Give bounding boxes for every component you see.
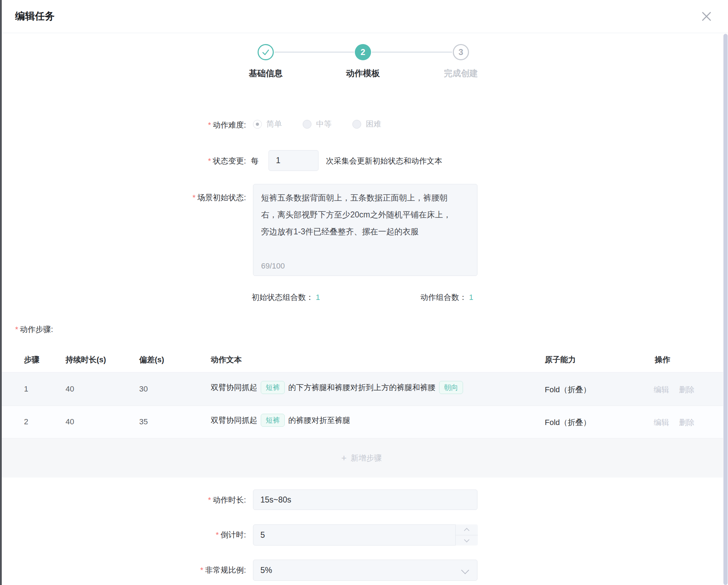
- radio-option-simple[interactable]: 简单: [253, 119, 282, 129]
- step-1-label: 基础信息: [220, 68, 311, 79]
- duration-label: *动作时长:: [101, 495, 246, 505]
- difficulty-radio-group: 简单 中等 困难: [253, 119, 402, 129]
- duration-input[interactable]: [253, 489, 477, 510]
- step-3-label: 完成创建: [415, 68, 507, 79]
- col-header-duration: 持续时长(s): [66, 355, 106, 365]
- row1-duration: 40: [66, 384, 74, 394]
- col-header-deviation: 偏差(s): [139, 355, 164, 365]
- row1-deviation: 30: [139, 384, 148, 394]
- row2-duration: 40: [66, 417, 74, 426]
- countdown-spinner: [455, 524, 477, 546]
- row2-edit-link[interactable]: 编辑: [654, 417, 669, 428]
- steps-section-label: *动作步骤:: [15, 324, 53, 335]
- state-change-suffix: 次采集会更新初始状态和动作文本: [326, 156, 442, 166]
- spinner-up-button[interactable]: [456, 524, 478, 535]
- row1-action-text: 双臂协同抓起 短裤 的下方裤腿和裤腰对折到上方的裤腿和裤腰 朝向: [211, 381, 467, 394]
- close-icon[interactable]: [700, 10, 713, 23]
- row2-delete-link[interactable]: 删除: [679, 417, 695, 428]
- table-row: 2 40 35 双臂协同抓起 短裤 的裤腰对折至裤腿 Fold（折叠） 编辑 删…: [0, 406, 723, 438]
- state-change-prefix: 每: [251, 156, 259, 166]
- step-connector-1: [274, 51, 354, 53]
- radio-label-simple: 简单: [266, 119, 282, 129]
- radio-option-hard[interactable]: 困难: [352, 119, 381, 129]
- initial-state-textarea[interactable]: 短裤五条数据背面朝上，五条数据正面朝上，裤腰朝右，离头部视野下方至少20cm之外…: [253, 184, 477, 276]
- dialog-title: 编辑任务: [15, 10, 55, 23]
- radio-label-medium: 中等: [316, 119, 332, 129]
- check-icon: [261, 48, 270, 56]
- radio-option-medium[interactable]: 中等: [303, 119, 332, 129]
- initial-state-label: *场景初始状态:: [101, 192, 246, 203]
- row1-edit-link[interactable]: 编辑: [654, 384, 669, 395]
- difficulty-label: *动作难度:: [101, 120, 246, 130]
- char-counter: 69/100: [261, 261, 285, 271]
- dialog-header: 编辑任务: [0, 0, 728, 33]
- direction-tag: 朝向: [439, 381, 463, 394]
- row2-action-text: 双臂协同抓起 短裤 的裤腰对折至裤腿: [211, 414, 350, 427]
- step-2-number: 2: [360, 47, 365, 57]
- object-tag: 短裤: [261, 381, 285, 394]
- row2-capability: Fold（折叠）: [545, 417, 591, 428]
- plus-icon: +: [341, 452, 346, 463]
- initial-combo-value: 1: [316, 293, 320, 302]
- col-header-actions: 操作: [655, 355, 670, 365]
- object-tag: 短裤: [261, 414, 285, 427]
- initial-state-text: 短裤五条数据背面朝上，五条数据正面朝上，裤腰朝右，离头部视野下方至少20cm之外…: [261, 193, 451, 236]
- row1-step: 1: [24, 384, 28, 394]
- step-connector-2: [372, 51, 452, 53]
- col-header-text: 动作文本: [211, 355, 242, 365]
- step-2-label: 动作模板: [317, 68, 409, 79]
- page-left-edge: [0, 0, 2, 585]
- radio-label-hard: 困难: [366, 119, 381, 129]
- radio-selected-icon: [253, 120, 262, 129]
- required-asterisk: *: [208, 121, 211, 129]
- row2-deviation: 35: [139, 417, 148, 426]
- row1-capability: Fold（折叠）: [545, 384, 591, 395]
- unusual-ratio-select[interactable]: [253, 560, 477, 581]
- table-row: 1 40 30 双臂协同抓起 短裤 的下方裤腿和裤腰对折到上方的裤腿和裤腰 朝向…: [0, 372, 723, 406]
- step-3-number: 3: [458, 47, 463, 57]
- add-step-label: 新增步骤: [351, 453, 382, 463]
- state-change-input[interactable]: [269, 150, 319, 171]
- col-header-step: 步骤: [24, 355, 39, 365]
- step-3-circle: 3: [453, 44, 469, 60]
- step-2-circle: 2: [355, 44, 371, 60]
- step-1-circle: [258, 44, 274, 60]
- row1-delete-link[interactable]: 删除: [679, 384, 695, 395]
- initial-combo-count: 初始状态组合数：1: [252, 292, 320, 303]
- action-combo-value: 1: [469, 293, 473, 302]
- unusual-ratio-label: *非常规比例:: [101, 565, 246, 575]
- scrollbar-thumb[interactable]: [723, 34, 728, 585]
- col-header-capability: 原子能力: [545, 355, 576, 365]
- chevron-down-icon: [464, 537, 470, 543]
- countdown-label: *倒计时:: [101, 530, 246, 540]
- countdown-input[interactable]: [253, 524, 477, 546]
- action-combo-count: 动作组合数：1: [420, 292, 473, 303]
- radio-unselected-icon: [303, 120, 311, 129]
- radio-unselected-icon: [352, 120, 361, 129]
- add-step-button[interactable]: + 新增步骤: [0, 438, 723, 478]
- row2-step: 2: [24, 417, 28, 426]
- state-change-label: *状态变更:: [101, 156, 246, 166]
- spinner-down-button[interactable]: [456, 535, 478, 546]
- chevron-up-icon: [464, 528, 470, 534]
